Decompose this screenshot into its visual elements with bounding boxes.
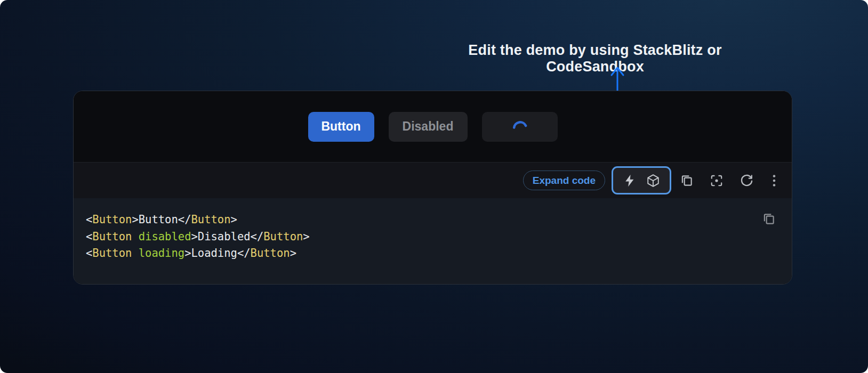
reload-icon — [740, 174, 753, 187]
code-token: < — [86, 247, 92, 260]
copy-demo-button[interactable] — [680, 174, 694, 188]
code-token-text: Loading — [191, 247, 237, 260]
code-token-tag: Button — [251, 247, 290, 260]
code-token: </ — [251, 230, 264, 243]
standalone-scan-icon — [710, 174, 724, 188]
codesandbox-button[interactable] — [646, 174, 660, 188]
disabled-button[interactable]: Disabled — [389, 112, 468, 142]
code-line-2: <Button disabled>Disabled</Button> — [86, 229, 792, 246]
code-line-1: <Button>Button</Button> — [86, 212, 792, 229]
code-token-text: Button — [139, 213, 178, 226]
stackblitz-bolt-icon — [624, 174, 636, 187]
code-block: <Button>Button</Button> <Button disabled… — [74, 198, 792, 285]
code-token: > — [191, 230, 198, 243]
expand-code-button[interactable]: Expand code — [523, 171, 605, 190]
code-token: > — [303, 230, 309, 243]
code-token: > — [132, 213, 138, 226]
codesandbox-cube-icon — [646, 174, 660, 188]
demo-toolbar: Expand code — [74, 162, 792, 198]
edit-demo-highlight-group — [612, 166, 671, 194]
refresh-demo-button[interactable] — [740, 174, 753, 188]
loading-button[interactable] — [482, 112, 558, 142]
code-token-tag: Button — [92, 230, 132, 243]
code-token: > — [290, 247, 296, 260]
copy-icon — [762, 220, 776, 228]
code-line-3: <Button loading>Loading</Button> — [86, 245, 792, 262]
code-token: > — [231, 213, 237, 226]
component-demo-card: Button Disabled Expand code — [73, 91, 792, 285]
more-actions-button[interactable] — [769, 174, 779, 188]
docs-page: Edit the demo by using StackBlitz or Cod… — [0, 0, 868, 373]
copy-code-button[interactable] — [762, 212, 776, 226]
code-token: </ — [178, 213, 191, 226]
code-token-attr: disabled — [132, 230, 191, 243]
standalone-demo-button[interactable] — [710, 174, 724, 188]
code-token-tag: Button — [92, 247, 132, 260]
code-token-text: Disabled — [198, 230, 251, 243]
primary-button[interactable]: Button — [308, 112, 374, 142]
code-token: < — [86, 230, 92, 243]
code-token-tag: Button — [263, 230, 303, 243]
more-dots-icon — [773, 174, 776, 187]
copy-icon — [680, 174, 694, 188]
code-token-tag: Button — [191, 213, 231, 226]
code-token: < — [86, 213, 92, 226]
demo-preview-area: Button Disabled — [74, 91, 792, 162]
loading-spinner-icon — [512, 117, 528, 136]
code-token: </ — [237, 247, 251, 260]
code-token-tag: Button — [92, 213, 132, 226]
stackblitz-button[interactable] — [623, 174, 637, 188]
code-token-attr: loading — [132, 247, 184, 260]
code-token: > — [184, 247, 191, 260]
